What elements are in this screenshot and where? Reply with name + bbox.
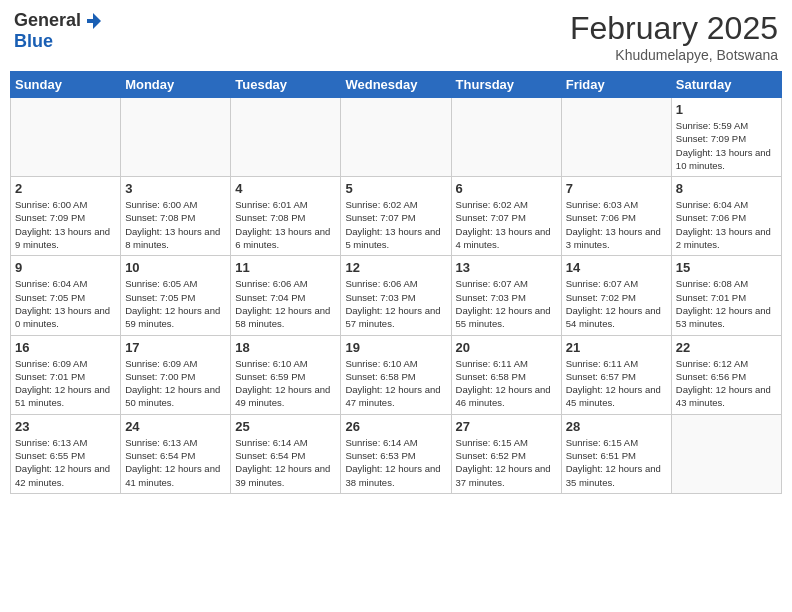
day-of-week-saturday: Saturday bbox=[671, 72, 781, 98]
calendar-cell: 27Sunrise: 6:15 AM Sunset: 6:52 PM Dayli… bbox=[451, 414, 561, 493]
calendar-cell bbox=[11, 98, 121, 177]
month-year-title: February 2025 bbox=[570, 10, 778, 47]
day-number: 17 bbox=[125, 340, 226, 355]
day-of-week-thursday: Thursday bbox=[451, 72, 561, 98]
calendar-cell: 18Sunrise: 6:10 AM Sunset: 6:59 PM Dayli… bbox=[231, 335, 341, 414]
calendar-week-row: 9Sunrise: 6:04 AM Sunset: 7:05 PM Daylig… bbox=[11, 256, 782, 335]
day-info: Sunrise: 6:10 AM Sunset: 6:59 PM Dayligh… bbox=[235, 357, 336, 410]
logo: General Blue bbox=[14, 10, 103, 52]
day-info: Sunrise: 5:59 AM Sunset: 7:09 PM Dayligh… bbox=[676, 119, 777, 172]
day-number: 24 bbox=[125, 419, 226, 434]
day-number: 28 bbox=[566, 419, 667, 434]
calendar-week-row: 23Sunrise: 6:13 AM Sunset: 6:55 PM Dayli… bbox=[11, 414, 782, 493]
day-info: Sunrise: 6:04 AM Sunset: 7:06 PM Dayligh… bbox=[676, 198, 777, 251]
logo-general-text: General bbox=[14, 10, 81, 31]
calendar-cell: 1Sunrise: 5:59 AM Sunset: 7:09 PM Daylig… bbox=[671, 98, 781, 177]
day-info: Sunrise: 6:01 AM Sunset: 7:08 PM Dayligh… bbox=[235, 198, 336, 251]
day-number: 13 bbox=[456, 260, 557, 275]
day-number: 20 bbox=[456, 340, 557, 355]
calendar-cell: 6Sunrise: 6:02 AM Sunset: 7:07 PM Daylig… bbox=[451, 177, 561, 256]
calendar-cell: 24Sunrise: 6:13 AM Sunset: 6:54 PM Dayli… bbox=[121, 414, 231, 493]
day-number: 8 bbox=[676, 181, 777, 196]
day-info: Sunrise: 6:07 AM Sunset: 7:02 PM Dayligh… bbox=[566, 277, 667, 330]
calendar-cell bbox=[561, 98, 671, 177]
day-info: Sunrise: 6:00 AM Sunset: 7:08 PM Dayligh… bbox=[125, 198, 226, 251]
day-number: 10 bbox=[125, 260, 226, 275]
calendar-cell: 22Sunrise: 6:12 AM Sunset: 6:56 PM Dayli… bbox=[671, 335, 781, 414]
day-number: 11 bbox=[235, 260, 336, 275]
day-info: Sunrise: 6:14 AM Sunset: 6:54 PM Dayligh… bbox=[235, 436, 336, 489]
day-number: 23 bbox=[15, 419, 116, 434]
day-number: 1 bbox=[676, 102, 777, 117]
calendar-cell: 17Sunrise: 6:09 AM Sunset: 7:00 PM Dayli… bbox=[121, 335, 231, 414]
day-info: Sunrise: 6:02 AM Sunset: 7:07 PM Dayligh… bbox=[456, 198, 557, 251]
day-info: Sunrise: 6:03 AM Sunset: 7:06 PM Dayligh… bbox=[566, 198, 667, 251]
calendar-cell: 19Sunrise: 6:10 AM Sunset: 6:58 PM Dayli… bbox=[341, 335, 451, 414]
calendar-cell: 16Sunrise: 6:09 AM Sunset: 7:01 PM Dayli… bbox=[11, 335, 121, 414]
day-info: Sunrise: 6:02 AM Sunset: 7:07 PM Dayligh… bbox=[345, 198, 446, 251]
day-number: 9 bbox=[15, 260, 116, 275]
day-number: 18 bbox=[235, 340, 336, 355]
page-header: General Blue February 2025 Khudumelapye,… bbox=[10, 10, 782, 63]
day-info: Sunrise: 6:04 AM Sunset: 7:05 PM Dayligh… bbox=[15, 277, 116, 330]
calendar-cell bbox=[671, 414, 781, 493]
day-info: Sunrise: 6:06 AM Sunset: 7:04 PM Dayligh… bbox=[235, 277, 336, 330]
calendar-cell: 21Sunrise: 6:11 AM Sunset: 6:57 PM Dayli… bbox=[561, 335, 671, 414]
svg-marker-0 bbox=[87, 13, 101, 29]
day-of-week-wednesday: Wednesday bbox=[341, 72, 451, 98]
day-info: Sunrise: 6:09 AM Sunset: 7:00 PM Dayligh… bbox=[125, 357, 226, 410]
day-info: Sunrise: 6:15 AM Sunset: 6:52 PM Dayligh… bbox=[456, 436, 557, 489]
calendar-cell: 23Sunrise: 6:13 AM Sunset: 6:55 PM Dayli… bbox=[11, 414, 121, 493]
calendar-cell: 25Sunrise: 6:14 AM Sunset: 6:54 PM Dayli… bbox=[231, 414, 341, 493]
calendar-cell: 26Sunrise: 6:14 AM Sunset: 6:53 PM Dayli… bbox=[341, 414, 451, 493]
day-info: Sunrise: 6:11 AM Sunset: 6:57 PM Dayligh… bbox=[566, 357, 667, 410]
day-info: Sunrise: 6:06 AM Sunset: 7:03 PM Dayligh… bbox=[345, 277, 446, 330]
logo-blue-text: Blue bbox=[14, 31, 53, 52]
calendar-cell: 14Sunrise: 6:07 AM Sunset: 7:02 PM Dayli… bbox=[561, 256, 671, 335]
calendar-cell bbox=[341, 98, 451, 177]
day-info: Sunrise: 6:09 AM Sunset: 7:01 PM Dayligh… bbox=[15, 357, 116, 410]
day-number: 6 bbox=[456, 181, 557, 196]
day-info: Sunrise: 6:05 AM Sunset: 7:05 PM Dayligh… bbox=[125, 277, 226, 330]
calendar-cell: 20Sunrise: 6:11 AM Sunset: 6:58 PM Dayli… bbox=[451, 335, 561, 414]
day-number: 19 bbox=[345, 340, 446, 355]
day-number: 7 bbox=[566, 181, 667, 196]
day-number: 4 bbox=[235, 181, 336, 196]
day-number: 3 bbox=[125, 181, 226, 196]
calendar-cell bbox=[121, 98, 231, 177]
day-info: Sunrise: 6:15 AM Sunset: 6:51 PM Dayligh… bbox=[566, 436, 667, 489]
day-number: 12 bbox=[345, 260, 446, 275]
day-number: 15 bbox=[676, 260, 777, 275]
day-number: 14 bbox=[566, 260, 667, 275]
calendar-table: SundayMondayTuesdayWednesdayThursdayFrid… bbox=[10, 71, 782, 494]
day-info: Sunrise: 6:11 AM Sunset: 6:58 PM Dayligh… bbox=[456, 357, 557, 410]
day-info: Sunrise: 6:12 AM Sunset: 6:56 PM Dayligh… bbox=[676, 357, 777, 410]
day-number: 21 bbox=[566, 340, 667, 355]
day-of-week-tuesday: Tuesday bbox=[231, 72, 341, 98]
calendar-header-row: SundayMondayTuesdayWednesdayThursdayFrid… bbox=[11, 72, 782, 98]
day-number: 22 bbox=[676, 340, 777, 355]
calendar-cell: 13Sunrise: 6:07 AM Sunset: 7:03 PM Dayli… bbox=[451, 256, 561, 335]
day-of-week-monday: Monday bbox=[121, 72, 231, 98]
day-of-week-friday: Friday bbox=[561, 72, 671, 98]
calendar-cell: 2Sunrise: 6:00 AM Sunset: 7:09 PM Daylig… bbox=[11, 177, 121, 256]
logo-icon bbox=[83, 11, 103, 31]
day-number: 2 bbox=[15, 181, 116, 196]
day-number: 5 bbox=[345, 181, 446, 196]
calendar-cell bbox=[231, 98, 341, 177]
calendar-cell: 10Sunrise: 6:05 AM Sunset: 7:05 PM Dayli… bbox=[121, 256, 231, 335]
calendar-week-row: 1Sunrise: 5:59 AM Sunset: 7:09 PM Daylig… bbox=[11, 98, 782, 177]
day-of-week-sunday: Sunday bbox=[11, 72, 121, 98]
day-info: Sunrise: 6:00 AM Sunset: 7:09 PM Dayligh… bbox=[15, 198, 116, 251]
day-info: Sunrise: 6:07 AM Sunset: 7:03 PM Dayligh… bbox=[456, 277, 557, 330]
calendar-cell: 3Sunrise: 6:00 AM Sunset: 7:08 PM Daylig… bbox=[121, 177, 231, 256]
calendar-cell: 15Sunrise: 6:08 AM Sunset: 7:01 PM Dayli… bbox=[671, 256, 781, 335]
calendar-cell: 8Sunrise: 6:04 AM Sunset: 7:06 PM Daylig… bbox=[671, 177, 781, 256]
calendar-cell: 9Sunrise: 6:04 AM Sunset: 7:05 PM Daylig… bbox=[11, 256, 121, 335]
calendar-week-row: 2Sunrise: 6:00 AM Sunset: 7:09 PM Daylig… bbox=[11, 177, 782, 256]
calendar-cell: 28Sunrise: 6:15 AM Sunset: 6:51 PM Dayli… bbox=[561, 414, 671, 493]
calendar-cell: 5Sunrise: 6:02 AM Sunset: 7:07 PM Daylig… bbox=[341, 177, 451, 256]
location-subtitle: Khudumelapye, Botswana bbox=[570, 47, 778, 63]
title-area: February 2025 Khudumelapye, Botswana bbox=[570, 10, 778, 63]
day-info: Sunrise: 6:13 AM Sunset: 6:54 PM Dayligh… bbox=[125, 436, 226, 489]
